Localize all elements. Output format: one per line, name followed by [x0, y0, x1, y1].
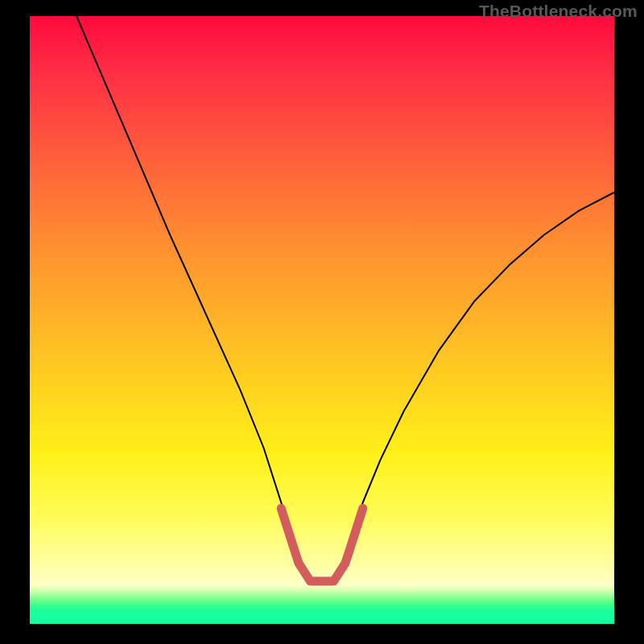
- plot-area: [30, 16, 614, 624]
- curves-svg: [30, 16, 614, 624]
- chart-frame: TheBottleneck.com: [0, 0, 644, 644]
- optimum-marker: [281, 509, 363, 582]
- bottleneck-curve: [76, 16, 614, 578]
- watermark-text: TheBottleneck.com: [479, 2, 638, 21]
